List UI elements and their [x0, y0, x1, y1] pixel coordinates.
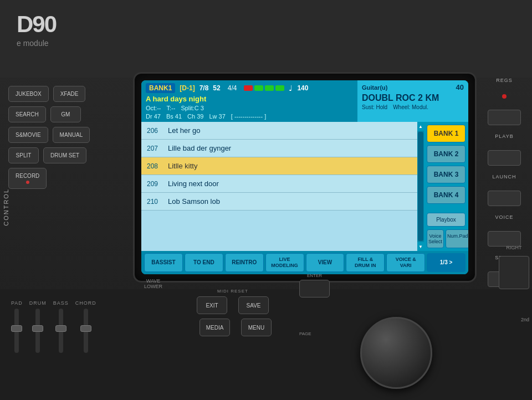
split-button[interactable]: SPLIT — [8, 147, 39, 163]
numpad-button[interactable]: Num.Pad — [446, 229, 468, 248]
fader-bass-thumb[interactable] — [55, 325, 66, 332]
song-list: 206 Let her go 207 Lille bad der gynger … — [141, 122, 417, 251]
song-item-208[interactable]: 208 Litlle kitty — [141, 157, 417, 175]
voice-right-label: VOICE — [495, 214, 513, 220]
launch-button[interactable] — [488, 191, 521, 206]
song-item-209[interactable]: 209 Living next door — [141, 175, 417, 193]
voice-select-button[interactable]: Voice Select — [427, 229, 444, 248]
position-label: 7/8 — [200, 84, 209, 92]
playb-button[interactable] — [488, 150, 521, 166]
screen-container: BANK1 [D-1] 7/8 52 4/4 ♩ 140 — [133, 72, 477, 283]
fader-drum-thumb[interactable] — [32, 325, 43, 332]
midi-reset-label: MIDI RESET — [217, 289, 248, 294]
page-nav-button[interactable]: 1/3 > — [427, 253, 466, 272]
device-body: D90 e module CONTROL JUKEBOX XFADE SEARC… — [0, 0, 532, 400]
song-title-207: Lille bad der gynger — [168, 144, 231, 152]
dial-container — [360, 317, 432, 389]
jukebox-button[interactable]: JUKEBOX — [8, 86, 49, 102]
song-title-209: Living next door — [168, 180, 219, 188]
exit-button[interactable]: EXIT — [197, 296, 227, 314]
bank2-button[interactable]: BANK 2 — [427, 145, 466, 163]
menu-button[interactable]: MENU — [241, 319, 272, 336]
screen: BANK1 [D-1] 7/8 52 4/4 ♩ 140 — [141, 80, 468, 274]
manual-button[interactable]: MANUAL — [53, 127, 90, 143]
ch-label: Ch 39 — [187, 113, 203, 120]
song-name-header: A hard days night — [146, 95, 353, 103]
guitar-row: Guitar(u) 40 — [362, 83, 464, 91]
bar-green1 — [254, 85, 263, 91]
right-slider[interactable] — [499, 256, 529, 289]
sust-label: Sust: Hold — [362, 104, 387, 110]
bank1-button[interactable]: BANK 1 — [427, 125, 466, 142]
media-button[interactable]: MEDIA — [200, 319, 230, 336]
voice-vari-button[interactable]: VOICE & VARI — [386, 253, 425, 272]
fader-pad-label: PAD — [11, 300, 23, 306]
reintro-button[interactable]: REINTRO — [225, 253, 264, 272]
dr-label: Dr 47 — [146, 113, 161, 120]
regs-button[interactable] — [488, 110, 521, 125]
search-button[interactable]: SEARCH — [8, 106, 46, 122]
fader-pad-track[interactable] — [14, 309, 19, 353]
song-num-206: 206 — [147, 127, 163, 135]
bassist-button[interactable]: BASSIST — [144, 253, 183, 272]
fader-bass-label: BASS — [53, 300, 69, 306]
fader-drum-label: DRUM — [29, 300, 47, 306]
to-end-button[interactable]: TO END — [185, 253, 223, 272]
fader-drum-track[interactable] — [35, 309, 40, 353]
header-row1: BANK1 [D-1] 7/8 52 4/4 ♩ 140 — [146, 83, 353, 93]
wheel-label: Wheel: Modul. — [393, 104, 428, 110]
dash-label: [ -------------- ] — [231, 113, 267, 120]
header-right: Guitar(u) 40 DOUBL ROC 2 KM Sust: Hold W… — [357, 80, 468, 122]
song-num-210: 210 — [147, 198, 163, 206]
sust-row: Sust: Hold Wheel: Modul. — [362, 104, 464, 110]
left-controls: CONTROL JUKEBOX XFADE SEARCH GM S&MOVIE … — [0, 78, 133, 197]
song-item-206[interactable]: 206 Let her go — [141, 122, 417, 140]
fader-bass-track[interactable] — [59, 309, 63, 353]
drum-set-button[interactable]: DRUM SET — [43, 147, 86, 163]
data-wheel[interactable] — [360, 317, 432, 389]
playb-label: PLAYB — [495, 134, 513, 139]
record-button[interactable]: RECORD — [8, 168, 47, 189]
bank3-button[interactable]: BANK 3 — [427, 166, 466, 183]
scroll-thumb[interactable] — [418, 132, 423, 241]
fader-pad-thumb[interactable] — [11, 325, 22, 332]
song-item-207[interactable]: 207 Lille bad der gynger — [141, 140, 417, 157]
header-left: BANK1 [D-1] 7/8 52 4/4 ♩ 140 — [141, 80, 357, 122]
fader-bass: BASS — [53, 300, 69, 353]
song-num-207: 207 — [147, 145, 163, 152]
playbox-button[interactable]: Playbox — [427, 213, 466, 227]
d1-label: [D-1] — [180, 84, 195, 92]
enter-button[interactable] — [299, 280, 330, 298]
split-label: Split:C 3 — [181, 105, 204, 111]
xfade-button[interactable]: XFADE — [53, 86, 86, 102]
bank-panel: BANK 1 BANK 2 BANK 3 BANK 4 Playbox Voic… — [424, 122, 468, 251]
song-item-210[interactable]: 210 Lob Samson lob — [141, 193, 417, 211]
fill-drum-button[interactable]: FILL & DRUM IN — [346, 253, 385, 272]
voice-right-button[interactable] — [488, 231, 521, 247]
live-modeling-button[interactable]: LIVE MODELING — [265, 253, 304, 272]
save-button[interactable]: SAVE — [238, 296, 269, 314]
gm-button[interactable]: GM — [50, 106, 81, 122]
screen-header: BANK1 [D-1] 7/8 52 4/4 ♩ 140 — [141, 80, 468, 122]
regs-indicator — [502, 94, 507, 99]
song-title-206: Let her go — [168, 126, 201, 135]
page-label: PAGE — [299, 331, 311, 336]
view-button[interactable]: VIEW — [306, 253, 345, 272]
scroll-down-button[interactable]: ▼ — [417, 242, 424, 251]
bank4-button[interactable]: BANK 4 — [427, 186, 466, 204]
launch-label: LAUNCH — [492, 174, 516, 180]
bar-green2 — [265, 85, 274, 91]
fader-chord-thumb[interactable] — [80, 325, 91, 332]
voice-name: DOUBL ROC 2 KM — [362, 93, 464, 103]
fader-chord-track[interactable] — [84, 309, 88, 353]
bs-label: Bs 41 — [166, 113, 182, 120]
smovie-button[interactable]: S&MOVIE — [8, 127, 48, 143]
device-logo: D90 — [17, 11, 56, 38]
scroll-track: ▲ ▼ — [417, 122, 424, 251]
oct-label: Oct:-- — [146, 105, 161, 111]
second-label: 2nd — [521, 317, 529, 322]
bars-indicator — [244, 85, 284, 91]
scroll-up-button[interactable]: ▲ — [417, 122, 424, 131]
control-label: CONTROL — [3, 188, 9, 226]
note-icon: ♩ — [289, 84, 293, 93]
